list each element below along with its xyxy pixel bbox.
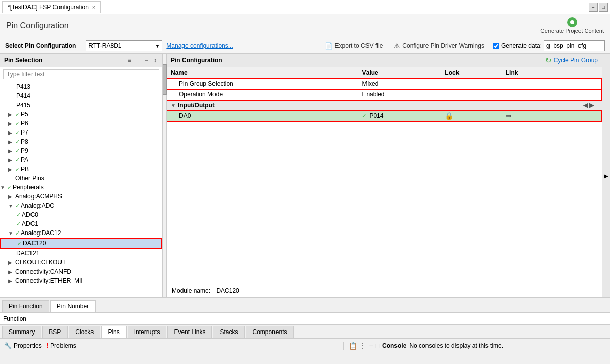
tab-clocks[interactable]: Clocks	[69, 326, 100, 338]
expand-arrow[interactable]: ▶	[8, 278, 15, 284]
left-scrollbar[interactable]	[163, 54, 167, 297]
console-message: No consoles to display at this time.	[409, 342, 503, 349]
problems-status[interactable]: ! Problems	[47, 342, 76, 349]
table-row[interactable]: DA0 ✓P014 🔒 ⇒	[167, 110, 602, 122]
sort-button[interactable]: ↕	[152, 56, 158, 64]
minimize-button[interactable]: −	[589, 3, 598, 12]
tab-summary[interactable]: Summary	[2, 326, 41, 338]
expand-arrow[interactable]: ▶	[8, 130, 15, 136]
tab-pins[interactable]: Pins	[101, 326, 126, 338]
right-sidebar: ▶	[602, 54, 610, 297]
title-tab-label: *[TestDAC] FSP Configuration	[8, 4, 89, 11]
expand-arrow[interactable]: ▶	[8, 269, 15, 275]
sidebar-item-dac120[interactable]: ✓ DAC120	[0, 238, 162, 249]
tab-event-links[interactable]: Event Links	[167, 326, 212, 338]
list-item[interactable]: ▶ ✓ PA	[0, 155, 162, 164]
expand-arrow[interactable]: ▶	[8, 194, 15, 200]
list-item[interactable]: ▶ ✓ P9	[0, 146, 162, 155]
list-item[interactable]: ✓ ADC0	[0, 210, 162, 219]
properties-icon: 🔧	[4, 342, 12, 349]
list-item[interactable]: Other Pins	[0, 174, 162, 183]
generate-data-checkbox[interactable]	[493, 43, 499, 49]
table-row[interactable]: Pin Group Selection Mixed	[167, 79, 602, 89]
expand-arrow[interactable]: ▶	[8, 167, 15, 172]
tab-components[interactable]: Components	[246, 326, 293, 338]
generate-data-input[interactable]	[544, 40, 605, 51]
expand-arrow[interactable]: ▼	[0, 185, 7, 190]
properties-status[interactable]: 🔧 Properties	[4, 342, 42, 349]
section-header-row: ▼Input/Output ◀ ▶	[167, 100, 602, 110]
list-item[interactable]: ▼ ✓ Analog:ADC	[0, 201, 162, 210]
cycle-pin-group-button[interactable]: ↻ Cycle Pin Group	[545, 56, 598, 64]
list-item[interactable]: ▶ ✓ P6	[0, 119, 162, 128]
toolbar-row: Select Pin Configuration RTT-RA8D1 ▼ Man…	[0, 38, 610, 54]
cell-value: Enabled	[358, 89, 441, 101]
expand-arrow[interactable]: ▶	[8, 139, 15, 145]
list-item[interactable]: ▼ ✓ Peripherals	[0, 183, 162, 192]
col-value: Value	[358, 67, 441, 79]
check-icon: ✓	[15, 166, 20, 173]
config-dropdown[interactable]: RTT-RA8D1 ▼	[86, 40, 162, 51]
console-buttons: 📋 ⋮ − □	[349, 342, 379, 350]
list-item[interactable]: ▼ ✓ Analog:DAC12	[0, 228, 162, 238]
check-icon: ✓	[15, 139, 20, 145]
export-csv-button[interactable]: 📄 Export to CSV file	[322, 41, 386, 51]
tab-interrupts[interactable]: Interrupts	[128, 326, 167, 338]
configure-label: Configure Pin Driver Warnings	[402, 42, 484, 49]
expand-arrow[interactable]: ▶	[8, 112, 15, 117]
link-arrow-icon[interactable]: ⇒	[506, 112, 512, 120]
cell-link	[502, 79, 558, 89]
new-console-button[interactable]: 📋	[349, 342, 357, 350]
check-icon: ✓	[15, 111, 20, 118]
list-item[interactable]: ▶ Connectivity:CANFD	[0, 267, 162, 276]
table-scroll-area: Name Value Lock Link Pin Group Selection	[167, 67, 602, 284]
list-item[interactable]: ▶ ✓ PB	[0, 164, 162, 174]
console-minimize-button[interactable]: −	[369, 342, 373, 350]
expand-arrow[interactable]: ▶	[8, 148, 15, 154]
configure-warnings-button[interactable]: ⚠ Configure Pin Driver Warnings	[391, 41, 487, 51]
tab-pin-function-label: Pin Function	[9, 303, 43, 310]
expand-arrow[interactable]: ▼	[8, 203, 15, 209]
console-maximize-button[interactable]: □	[375, 342, 379, 350]
tab-pin-function[interactable]: Pin Function	[2, 300, 49, 312]
list-item[interactable]: ▶ Connectivity:ETHER_MII	[0, 276, 162, 285]
list-view-button[interactable]: ≡	[126, 56, 133, 64]
expand-arrow[interactable]: ▶	[8, 157, 15, 163]
nav-tabs: Summary BSP Clocks Pins Interrupts Event…	[0, 325, 610, 338]
table-row[interactable]: Operation Mode Enabled	[167, 89, 602, 101]
list-item[interactable]: ▶ Analog:ACMPHS	[0, 192, 162, 201]
list-item[interactable]: ✓ ADC1	[0, 219, 162, 228]
tab-pin-number-label: Pin Number	[57, 303, 89, 310]
check-icon: ✓	[15, 203, 20, 209]
tab-pin-number[interactable]: Pin Number	[50, 300, 96, 312]
list-item[interactable]: P415	[0, 101, 162, 110]
expand-arrow[interactable]: ▶	[8, 260, 15, 266]
list-item[interactable]: ▶ CLKOUT:CLKOUT	[0, 258, 162, 267]
list-item[interactable]: ▶ ✓ P5	[0, 110, 162, 119]
cell-lock	[441, 89, 501, 101]
maximize-button[interactable]: □	[599, 3, 608, 12]
remove-item-button[interactable]: −	[143, 56, 150, 64]
add-item-button[interactable]: +	[135, 56, 141, 64]
lock-icon[interactable]: 🔒	[445, 112, 453, 120]
cell-name: Pin Group Selection	[167, 79, 358, 89]
list-item[interactable]: DAC121	[0, 249, 162, 258]
list-item[interactable]: P414	[0, 91, 162, 101]
pin-tabs-row: Pin Function Pin Number	[0, 297, 610, 313]
title-tab[interactable]: *[TestDAC] FSP Configuration ×	[2, 1, 101, 13]
cell-name: DA0	[167, 110, 358, 122]
collapse-arrow[interactable]: ▼	[171, 103, 176, 108]
filter-input[interactable]	[3, 69, 159, 79]
list-item[interactable]: P413	[0, 82, 162, 91]
close-tab-button[interactable]: ×	[92, 4, 95, 10]
manage-configurations-link[interactable]: Manage configurations...	[166, 42, 233, 49]
generate-project-button[interactable]: Generate Project Content	[540, 17, 604, 35]
tab-bsp[interactable]: BSP	[42, 326, 68, 338]
console-menu-button[interactable]: ⋮	[359, 342, 367, 350]
list-item[interactable]: ▶ ✓ P7	[0, 128, 162, 137]
expand-arrow[interactable]: ▼	[8, 230, 15, 236]
expand-arrow[interactable]: ▶	[8, 121, 15, 126]
console-label: Console	[382, 342, 406, 349]
tab-stacks[interactable]: Stacks	[213, 326, 245, 338]
list-item[interactable]: ▶ ✓ P8	[0, 137, 162, 146]
